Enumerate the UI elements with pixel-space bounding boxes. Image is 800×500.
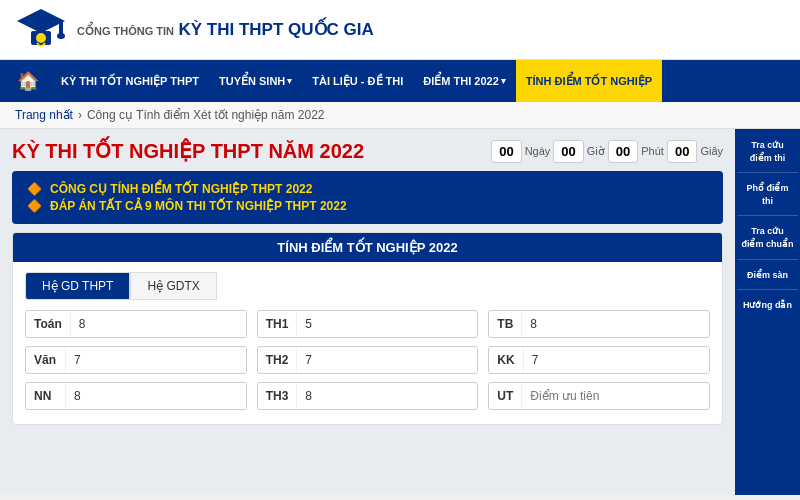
banner-icon-1: 🔶 (27, 182, 42, 196)
countdown: 00 Ngày 00 Giờ 00 Phút 00 Giây (491, 140, 723, 163)
breadcrumb-home[interactable]: Trang nhất (15, 108, 73, 122)
banner-item-2[interactable]: 🔶 ĐÁP ÁN TẤT CẢ 9 MÔN THI TỐT NGHIỆP THP… (27, 199, 708, 213)
countdown-days-label: Ngày (525, 145, 551, 157)
logo-small: CỔNG THÔNG TIN (77, 25, 174, 37)
logo: CỔNG THÔNG TIN KỲ THI THPT QUỐC GIA (15, 5, 374, 55)
nav-ky-thi[interactable]: KỲ THI TỐT NGHIỆP THPT (51, 60, 209, 102)
page-body: KỲ THI TỐT NGHIỆP THPT NĂM 2022 00 Ngày … (0, 129, 800, 495)
label-toan: Toán (26, 311, 71, 337)
label-nn: NN (26, 383, 66, 409)
countdown-mins-label: Phút (641, 145, 664, 157)
banner-text-1: CÔNG CỤ TÍNH ĐIỂM TỐT NGHIỆP THPT 2022 (50, 182, 312, 196)
countdown-hours-label: Giờ (587, 145, 605, 158)
label-th2: TH2 (258, 347, 298, 373)
calculator-section: TÍNH ĐIỂM TỐT NGHIỆP 2022 Hệ GD THPT Hệ … (12, 232, 723, 425)
input-nn[interactable] (66, 383, 246, 409)
nav-diem-thi[interactable]: ĐIỂM THI 2022 ▾ (413, 60, 515, 102)
countdown-secs-label: Giây (700, 145, 723, 157)
field-nn: NN (25, 382, 247, 410)
logo-text: CỔNG THÔNG TIN KỲ THI THPT QUỐC GIA (77, 19, 374, 40)
breadcrumb-current: Công cụ Tính điểm Xét tốt nghiệp năm 202… (87, 108, 325, 122)
form-row-2: Văn TH2 KK (25, 346, 710, 374)
field-th1: TH1 (257, 310, 479, 338)
sidebar-btn-pho-diem[interactable]: Phổ điểm thi (737, 174, 798, 216)
breadcrumb: Trang nhất › Công cụ Tính điểm Xét tốt n… (0, 102, 800, 129)
nav-tai-lieu[interactable]: TÀI LIỆU - ĐỀ THI (302, 60, 413, 102)
input-tb[interactable] (522, 311, 709, 337)
tab-he-gdtx[interactable]: Hệ GDTX (130, 272, 216, 300)
sidebar-btn-tra-cuu-chuan[interactable]: Tra cứu điểm chuẩn (737, 217, 798, 259)
banner-text-2: ĐÁP ÁN TẤT CẢ 9 MÔN THI TỐT NGHIỆP THPT … (50, 199, 347, 213)
sidebar-btn-diem-san[interactable]: Điểm sàn (737, 261, 798, 291)
nav-tinh-diem[interactable]: TÍNH ĐIỂM TỐT NGHIỆP (516, 60, 662, 102)
input-kk[interactable] (524, 347, 709, 373)
logo-big: KỲ THI THPT QUỐC GIA (178, 20, 373, 39)
sidebar-btn-tra-cuu[interactable]: Tra cứu điểm thi (737, 131, 798, 173)
logo-icon (15, 5, 67, 55)
banner-item-1[interactable]: 🔶 CÔNG CỤ TÍNH ĐIỂM TỐT NGHIỆP THPT 2022 (27, 182, 708, 196)
calc-header: TÍNH ĐIỂM TỐT NGHIỆP 2022 (13, 233, 722, 262)
field-van: Văn (25, 346, 247, 374)
label-van: Văn (26, 347, 66, 373)
countdown-days-val: 00 (491, 140, 521, 163)
main-content: KỲ THI TỐT NGHIỆP THPT NĂM 2022 00 Ngày … (0, 129, 735, 495)
page-title: KỲ THI TỐT NGHIỆP THPT NĂM 2022 (12, 139, 364, 163)
calc-body: Hệ GD THPT Hệ GDTX Toán TH1 TB (13, 262, 722, 424)
svg-marker-0 (17, 9, 65, 33)
field-tb: TB (488, 310, 710, 338)
navbar: 🏠 KỲ THI TỐT NGHIỆP THPT TUYỂN SINH ▾ TÀ… (0, 60, 800, 102)
nav-home[interactable]: 🏠 (5, 60, 51, 102)
field-th3: TH3 (257, 382, 479, 410)
field-kk: KK (488, 346, 710, 374)
tab-he-gd-thpt[interactable]: Hệ GD THPT (25, 272, 130, 300)
field-th2: TH2 (257, 346, 479, 374)
input-ut[interactable] (522, 383, 709, 409)
form-row-3: NN TH3 UT (25, 382, 710, 410)
right-sidebar: Tra cứu điểm thi Phổ điểm thi Tra cứu đi… (735, 129, 800, 495)
svg-point-2 (57, 33, 65, 39)
label-kk: KK (489, 347, 523, 373)
input-th1[interactable] (297, 311, 477, 337)
title-row: KỲ THI TỐT NGHIỆP THPT NĂM 2022 00 Ngày … (12, 139, 723, 163)
label-ut: UT (489, 383, 522, 409)
banner: 🔶 CÔNG CỤ TÍNH ĐIỂM TỐT NGHIỆP THPT 2022… (12, 171, 723, 224)
header: CỔNG THÔNG TIN KỲ THI THPT QUỐC GIA (0, 0, 800, 60)
tabs: Hệ GD THPT Hệ GDTX (25, 272, 710, 300)
nav-tuyen-sinh[interactable]: TUYỂN SINH ▾ (209, 60, 302, 102)
input-th2[interactable] (297, 347, 477, 373)
sidebar-btn-huong-dan[interactable]: Hướng dẫn (737, 291, 798, 320)
form-row-1: Toán TH1 TB (25, 310, 710, 338)
countdown-hours-val: 00 (553, 140, 583, 163)
breadcrumb-sep: › (78, 108, 82, 122)
label-th3: TH3 (258, 383, 298, 409)
banner-icon-2: 🔶 (27, 199, 42, 213)
label-tb: TB (489, 311, 522, 337)
input-th3[interactable] (297, 383, 477, 409)
svg-point-4 (36, 33, 46, 43)
input-van[interactable] (66, 347, 246, 373)
countdown-secs-val: 00 (667, 140, 697, 163)
input-toan[interactable] (71, 311, 246, 337)
label-th1: TH1 (258, 311, 298, 337)
field-toan: Toán (25, 310, 247, 338)
countdown-mins-val: 00 (608, 140, 638, 163)
field-ut: UT (488, 382, 710, 410)
svg-rect-1 (59, 21, 63, 35)
